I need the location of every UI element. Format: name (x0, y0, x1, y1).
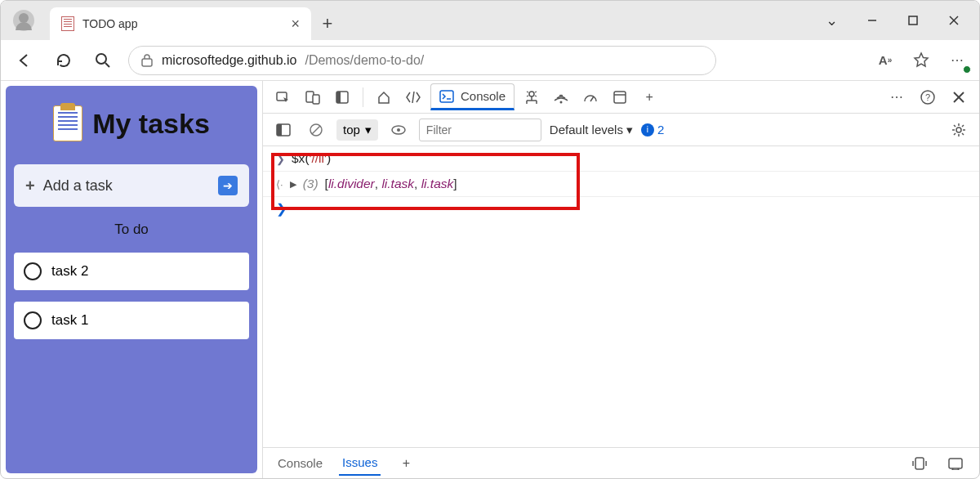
console-body[interactable]: ❯ $x('//li') ⟨· ▶ (3) [li.divider, li.ta… (263, 146, 979, 447)
search-button[interactable] (89, 47, 117, 74)
network-tab[interactable] (549, 85, 573, 110)
plus-icon: + (25, 177, 35, 195)
sources-tab[interactable] (519, 85, 544, 110)
profile-button[interactable] (1, 1, 47, 40)
section-heading: To do (14, 218, 249, 241)
elements-tab[interactable] (401, 85, 425, 110)
add-task-button[interactable]: + Add a task ➔ (14, 164, 249, 207)
console-icon (439, 90, 454, 103)
context-selector[interactable]: top ▾ (336, 119, 378, 141)
task-label: task 2 (51, 263, 88, 280)
tab-actions-button[interactable]: ⌄ (813, 7, 850, 34)
task-item[interactable]: task 1 (14, 302, 249, 339)
context-label: top (343, 123, 360, 137)
read-aloud-button[interactable]: A» (873, 48, 898, 73)
svg-rect-9 (313, 95, 319, 104)
svg-rect-11 (336, 92, 341, 103)
tab-title: TODO app (82, 17, 283, 30)
devtools-tabbar: Console + ⋯ ? (263, 81, 979, 114)
svg-line-19 (590, 96, 594, 101)
checkbox-icon[interactable] (24, 311, 42, 329)
drawer-issues-tab[interactable]: Issues (339, 450, 381, 476)
live-expression-button[interactable] (386, 118, 411, 142)
svg-rect-34 (949, 459, 962, 468)
chevron-down-icon: ▾ (626, 123, 633, 137)
url-host: microsoftedge.github.io (162, 53, 296, 68)
address-bar: microsoftedge.github.io/Demos/demo-to-do… (1, 40, 979, 81)
drawer-tool2-button[interactable] (943, 451, 968, 476)
svg-point-31 (397, 128, 400, 132)
devtools-drawer: Console Issues + (263, 447, 979, 478)
welcome-tab[interactable] (372, 85, 396, 110)
drawer-tool1-button[interactable] (907, 451, 932, 476)
issue-badge-icon: i (641, 123, 654, 137)
log-levels-selector[interactable]: Default levels ▾ (550, 123, 633, 137)
annotation-highlight (271, 153, 580, 210)
close-tab-button[interactable]: × (291, 16, 300, 33)
menu-button[interactable]: ⋯ (945, 48, 969, 73)
dock-button[interactable] (330, 85, 354, 110)
close-window-button[interactable] (935, 7, 973, 34)
add-task-label: Add a task (43, 177, 113, 195)
maximize-button[interactable] (894, 7, 932, 34)
new-tab-button[interactable]: + (311, 7, 344, 40)
issues-indicator[interactable]: i 2 (641, 123, 664, 137)
help-button[interactable]: ? (915, 85, 940, 110)
console-tab-label: Console (461, 89, 506, 103)
minimize-button[interactable] (853, 7, 891, 34)
svg-rect-1 (909, 16, 917, 25)
application-tab[interactable] (608, 85, 632, 110)
window-titlebar: TODO app × + ⌄ (1, 1, 979, 40)
page-favicon (61, 16, 74, 31)
inspect-button[interactable] (271, 85, 296, 110)
devtools-more-button[interactable]: ⋯ (884, 85, 909, 110)
svg-line-29 (312, 126, 320, 134)
task-label: task 1 (51, 312, 88, 329)
app-title: My tasks (92, 108, 210, 140)
url-path: /Demos/demo-to-do/ (305, 53, 424, 68)
svg-rect-20 (614, 92, 626, 103)
svg-rect-33 (915, 458, 924, 469)
svg-point-4 (96, 54, 106, 64)
filter-input[interactable] (419, 119, 541, 141)
levels-label: Default levels (550, 123, 623, 137)
avatar-icon (13, 10, 34, 31)
close-devtools-button[interactable] (947, 85, 971, 110)
submit-arrow-button[interactable]: ➔ (218, 176, 238, 195)
clear-console-button[interactable] (304, 118, 328, 142)
svg-rect-27 (277, 124, 282, 136)
url-input[interactable]: microsoftedge.github.io/Demos/demo-to-do… (128, 46, 716, 75)
lock-icon (140, 53, 154, 68)
app-header: My tasks (14, 94, 249, 153)
browser-tab[interactable]: TODO app × (50, 7, 311, 40)
todo-app: My tasks + Add a task ➔ To do task 2 tas… (6, 86, 257, 473)
svg-line-5 (105, 63, 109, 67)
checkbox-icon[interactable] (24, 262, 42, 280)
refresh-button[interactable] (50, 47, 78, 74)
console-settings-button[interactable] (947, 118, 971, 142)
favorite-button[interactable] (909, 48, 933, 73)
svg-point-18 (560, 101, 563, 103)
performance-tab[interactable] (578, 85, 603, 110)
issues-count: 2 (657, 123, 664, 137)
svg-rect-12 (440, 91, 453, 102)
task-item[interactable]: task 2 (14, 253, 249, 290)
console-tab[interactable]: Console (430, 83, 514, 110)
devtools-panel: Console + ⋯ ? top ▾ Default levels (262, 81, 979, 478)
chevron-down-icon: ▾ (365, 123, 372, 137)
sidebar-toggle-button[interactable] (271, 118, 296, 142)
svg-point-32 (956, 128, 961, 132)
svg-rect-6 (142, 59, 152, 66)
console-toolbar: top ▾ Default levels ▾ i 2 (263, 114, 979, 146)
drawer-add-tab-button[interactable]: + (394, 451, 418, 476)
svg-point-13 (529, 92, 534, 96)
svg-text:?: ? (925, 92, 930, 102)
drawer-console-tab[interactable]: Console (274, 451, 326, 475)
more-tabs-button[interactable]: + (637, 85, 662, 110)
back-button[interactable] (11, 47, 38, 74)
device-toggle-button[interactable] (301, 85, 325, 110)
clipboard-icon (53, 105, 82, 141)
